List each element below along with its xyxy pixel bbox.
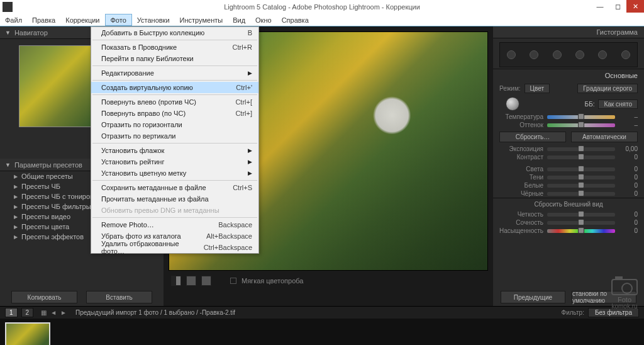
vibrance-label: Сочность [499,219,543,226]
menu-item-label: Прочитать метаданные из файла [101,195,209,203]
highlights-value: 0 [619,166,638,172]
menu-item[interactable]: Прочитать метаданные из файла [91,193,258,205]
menu-окно[interactable]: Окно [250,14,277,26]
histogram-toolstrip [499,42,638,67]
menu-item[interactable]: Установить рейтинг▶ [91,156,258,167]
wb-preset-dropdown[interactable]: Как снято [598,99,638,109]
monitor-1-badge[interactable]: 1 [5,308,18,317]
temp-slider[interactable] [547,115,615,119]
menu-item[interactable]: Установить цветную метку▶ [91,167,258,179]
menu-item[interactable]: Повернуть влево (против ЧС)Ctrl+[ [91,96,258,108]
menu-item-shortcut: B [248,29,252,37]
grid-icon[interactable]: ▦ [41,309,47,316]
tint-slider[interactable] [547,123,615,127]
shadows-slider[interactable] [547,176,615,179]
menu-item[interactable]: Показать в ПроводникеCtrl+R [91,42,258,53]
menu-item: Обновить превью DNG и метаданны [91,205,258,216]
tint-value: – [619,122,638,128]
blacks-slider[interactable] [547,192,615,196]
maximize-button[interactable]: ◻ [609,0,626,13]
vibrance-slider[interactable] [547,221,615,225]
filmstrip-path: Предыдущий импорт 1 фото / 1 выбрано / -… [75,309,235,316]
app-body: ▼ Навигатор ▼ Параметры пресетов ▶Общие … [0,26,644,345]
menu-фото[interactable]: Фото [105,14,132,26]
minimize-button[interactable]: — [591,0,609,13]
menu-item[interactable]: Отразить по вертикали [91,130,258,142]
menu-item[interactable]: Отразить по горизонтали [91,119,258,130]
softproof-checkbox[interactable] [230,278,236,284]
menu-вид[interactable]: Вид [228,14,250,26]
paste-button[interactable]: Вставить [86,291,152,303]
menu-справка[interactable]: Справка [277,14,314,26]
menu-item[interactable]: Remove Photo…Backspace [91,219,258,230]
menu-item[interactable]: Сохранить метаданные в файлеCtrl+S [91,182,258,193]
menu-item[interactable]: Редактирование▶ [91,67,258,79]
view-mode-compare-icon[interactable] [201,276,211,286]
tool-brush-icon[interactable] [621,50,630,59]
menu-коррекции[interactable]: Коррекции [60,14,104,26]
view-mode-before-after-icon[interactable] [186,276,196,286]
tool-gradient-icon[interactable] [575,50,584,59]
menu-item[interactable]: Установить флажок▶ [91,145,258,156]
menu-item-label: Убрать фото из каталога [101,232,181,240]
contrast-slider[interactable] [547,156,615,159]
menu-item-shortcut: Alt+Backspace [206,232,252,240]
nav-back-icon[interactable]: ◄ [50,309,57,316]
wb-eyedropper-icon[interactable] [506,97,519,111]
tool-crop-icon[interactable] [507,50,516,59]
previous-button[interactable]: Предыдущие [501,291,565,303]
close-button[interactable]: ✕ [626,0,644,13]
menu-item[interactable]: Повернуть вправо (по ЧС)Ctrl+] [91,108,258,119]
menu-item-label: Перейти в папку Библиотеки [101,55,194,62]
menu-item-label: Создать виртуальную копию [101,84,193,91]
basic-panel-title[interactable]: Основные [493,69,644,82]
histogram-title[interactable]: Гистограмма [493,26,644,38]
temp-label: Температура [499,113,543,120]
copy-button[interactable]: Копировать [11,291,77,303]
nav-fwd-icon[interactable]: ► [60,309,67,316]
tool-redeye-icon[interactable] [553,50,562,59]
chevron-right-icon: ▶ [14,214,18,220]
highlights-slider[interactable] [547,167,615,171]
filmstrip-thumb[interactable] [5,322,50,345]
exposure-slider[interactable] [547,147,615,151]
menu-установки[interactable]: Установки [132,14,175,26]
menu-правка[interactable]: Правка [27,14,60,26]
tool-radial-icon[interactable] [598,50,607,59]
chevron-right-icon: ▶ [14,234,18,240]
monitor-2-badge[interactable]: 2 [21,308,34,317]
saturation-slider[interactable] [547,229,615,233]
menu-item-label: Обновить превью DNG и метаданны [101,206,219,214]
menu-item-label: Remove Photo… [101,221,154,229]
menu-item-label: Установить рейтинг [101,158,164,166]
menu-item-label: Установить флажок [101,147,164,154]
tint-label: Оттенок [499,122,543,128]
view-mode-loupe-icon[interactable] [171,276,181,286]
chevron-right-icon: ▶ [14,224,18,230]
menu-item[interactable]: Перейти в папку Библиотеки [91,53,258,64]
preset-folder-label: Общие пресеты [21,172,73,180]
blacks-value: 0 [619,190,638,197]
treatment-gray[interactable]: Градации серого [577,84,638,93]
menu-файл[interactable]: Файл [0,14,27,26]
whites-slider[interactable] [547,184,615,188]
photo-menu-dropdown: Добавить в Быструю коллекциюBПоказать в … [91,26,259,254]
softproof-label: Мягкая цветопроба [242,277,303,285]
presence-title: Сбросить Внешний вид [493,198,644,210]
menu-item-shortcut: Backspace [218,221,252,229]
treatment-color[interactable]: Цвет [525,84,550,93]
menu-item[interactable]: Добавить в Быструю коллекциюB [91,27,258,38]
chevron-down-icon: ▼ [5,30,11,36]
watermark: Foto komok.ru [611,279,638,310]
chevron-right-icon: ▶ [14,194,18,200]
menu-item-shortcut: Ctrl+] [235,110,252,117]
menu-инструменты[interactable]: Инструменты [175,14,228,26]
tone-auto-button[interactable]: Автоматически [571,132,638,142]
tone-reset-button[interactable]: Сбросить… [499,132,566,142]
highlights-label: Света [499,166,543,172]
menu-item-label: Отразить по вертикали [101,132,175,140]
menu-item[interactable]: Удалить отбракованные фото…Ctrl+Backspac… [91,242,258,253]
clarity-slider[interactable] [547,213,615,217]
menu-item[interactable]: Создать виртуальную копиюCtrl+' [91,82,258,93]
tool-spot-icon[interactable] [530,50,538,59]
